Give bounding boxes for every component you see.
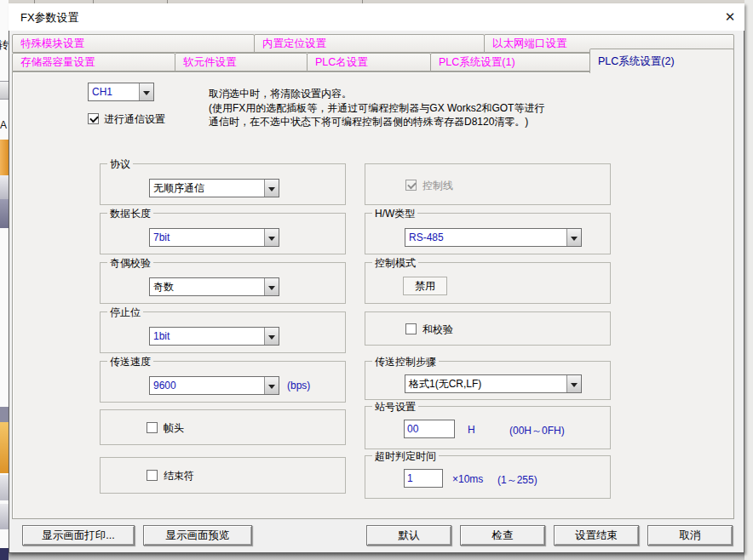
data-length-select[interactable]: 7bit	[149, 228, 279, 247]
description-line-1: 取消选中时，将清除设置内容。	[209, 87, 733, 101]
station-number-unit: H	[468, 424, 475, 436]
background-text-fragment: 转	[0, 37, 9, 53]
display-print-button[interactable]: 显示画面打印...	[22, 525, 135, 546]
transfer-control-group-label: 传送控制步骤	[372, 355, 439, 369]
chevron-down-icon[interactable]	[264, 229, 279, 246]
background-bottom-strip	[9, 553, 753, 560]
station-number-group: 站号设置	[365, 406, 611, 449]
hw-type-group-label: H/W类型	[372, 207, 417, 221]
tab-plc-system-1[interactable]: PLC系统设置(1)	[430, 53, 590, 71]
background-navy-block	[0, 548, 9, 560]
tab-label: PLC系统设置(1)	[439, 55, 515, 70]
tab-plc-name[interactable]: PLC名设置	[307, 53, 431, 71]
button-label: 检查	[492, 529, 514, 543]
background-orange-block	[0, 422, 9, 473]
display-preview-button[interactable]: 显示画面预览	[143, 525, 252, 546]
transfer-control-select[interactable]: 格式1(无CR,LF)	[405, 374, 582, 393]
chevron-down-icon[interactable]	[264, 328, 279, 345]
button-label: 取消	[680, 529, 701, 543]
control-mode-value-field: 禁用	[403, 277, 447, 295]
tab-built-in-positioning[interactable]: 内置定位设置	[254, 34, 485, 53]
sum-check-checkbox[interactable]	[405, 323, 417, 334]
control-line-checkbox	[405, 180, 417, 191]
tab-label: 存储器容量设置	[20, 55, 95, 70]
frame-header-box	[100, 409, 346, 445]
tab-special-module[interactable]: 特殊模块设置	[12, 34, 255, 53]
frame-header-label: 帧头	[164, 421, 184, 436]
parity-select[interactable]: 奇数	[149, 277, 279, 296]
background-silver-block	[0, 475, 9, 500]
button-label: 显示画面预览	[166, 529, 230, 543]
background-left-toolbar: 转 A	[0, 0, 9, 560]
control-mode-group: 控制模式	[365, 262, 611, 304]
button-label: 设置结束	[575, 529, 618, 543]
tab-memory-capacity[interactable]: 存储器容量设置	[12, 53, 175, 71]
baud-rate-select[interactable]: 9600	[149, 376, 279, 395]
protocol-group-label: 协议	[107, 157, 133, 172]
button-label: 默认	[399, 529, 420, 543]
background-text-fragment: A	[0, 119, 7, 131]
sum-check-box	[365, 311, 611, 346]
station-number-range: (00H～0FH)	[509, 424, 565, 438]
description-line-3: 通信时，在不选中状态下将可编程控制器侧的特殊寄存器D8120清零。)	[209, 115, 733, 129]
tab-plc-system-2[interactable]: PLC系统设置(2)	[589, 49, 734, 73]
frame-header-checkbox[interactable]	[147, 422, 158, 433]
control-mode-group-label: 控制模式	[372, 256, 418, 271]
chevron-down-icon[interactable]	[566, 229, 581, 246]
description-line-2: (使用FX用的选配插板等，并通过可编程控制器与GX Works2和GOT等进行	[209, 101, 733, 116]
control-mode-value: 禁用	[415, 279, 435, 294]
comm-setting-checkbox[interactable]	[88, 113, 99, 124]
screen: 转 A FX参数设置 ✕ 特殊模块设置 内置定位设置 以太网端口设置 存储器容量…	[0, 0, 753, 560]
terminator-label: 结束符	[164, 469, 194, 483]
timeout-input[interactable]	[404, 469, 443, 488]
chevron-down-icon[interactable]	[264, 180, 279, 197]
tab-device[interactable]: 软元件设置	[175, 53, 308, 71]
timeout-range: (1～255)	[497, 473, 537, 488]
tab-label: 特殊模块设置	[20, 37, 84, 51]
protocol-select[interactable]: 无顺序通信	[149, 179, 279, 197]
cancel-button[interactable]: 取消	[647, 525, 733, 546]
background-slate-block	[0, 407, 9, 422]
chevron-down-icon[interactable]	[264, 377, 279, 394]
setting-finish-button[interactable]: 设置结束	[554, 525, 639, 546]
chevron-down-icon[interactable]	[139, 83, 153, 100]
baud-rate-value: 9600	[150, 377, 264, 394]
baud-rate-group-label: 传送速度	[107, 355, 153, 369]
comm-setting-label: 进行通信设置	[104, 112, 165, 127]
background-silver-block	[0, 504, 9, 529]
parity-group-label: 奇偶校验	[107, 256, 153, 271]
timeout-group-label: 超时判定时间	[372, 449, 439, 464]
transfer-control-value: 格式1(无CR,LF)	[405, 375, 566, 392]
channel-select[interactable]: CH1	[88, 83, 154, 101]
tab-label: 内置定位设置	[262, 37, 326, 51]
check-button[interactable]: 检查	[460, 525, 545, 546]
default-button[interactable]: 默认	[366, 525, 451, 546]
dialog-titlebar[interactable]	[9, 3, 744, 31]
description-text: 取消选中时，将清除设置内容。 (使用FX用的选配插板等，并通过可编程控制器与GX…	[209, 87, 733, 129]
data-length-group-label: 数据长度	[107, 207, 153, 221]
background-orange-block	[0, 140, 9, 175]
stop-bit-select[interactable]: 1bit	[149, 327, 279, 346]
dialog-title: FX参数设置	[20, 10, 79, 26]
sum-check-label: 和校验	[422, 323, 453, 337]
tab-label: PLC名设置	[315, 55, 368, 70]
control-line-box	[365, 163, 611, 205]
data-length-value: 7bit	[150, 229, 264, 246]
background-silver-block	[0, 175, 9, 199]
terminator-checkbox[interactable]	[147, 470, 158, 481]
channel-value: CH1	[89, 83, 139, 100]
station-number-input[interactable]	[404, 420, 455, 438]
chevron-down-icon[interactable]	[264, 278, 279, 295]
tab-label: 以太网端口设置	[492, 37, 567, 51]
hw-type-select[interactable]: RS-485	[405, 228, 582, 247]
parity-value: 奇数	[150, 278, 264, 295]
station-number-group-label: 站号设置	[372, 400, 418, 414]
tab-label: PLC系统设置(2)	[598, 54, 675, 69]
baud-rate-unit: (bps)	[287, 380, 310, 391]
close-icon[interactable]: ✕	[719, 8, 741, 26]
stop-bit-value: 1bit	[150, 328, 264, 345]
chevron-down-icon[interactable]	[566, 375, 581, 392]
stop-bit-group-label: 停止位	[107, 306, 143, 320]
background-right-strip	[744, 0, 753, 560]
button-label: 显示画面打印...	[42, 529, 114, 543]
